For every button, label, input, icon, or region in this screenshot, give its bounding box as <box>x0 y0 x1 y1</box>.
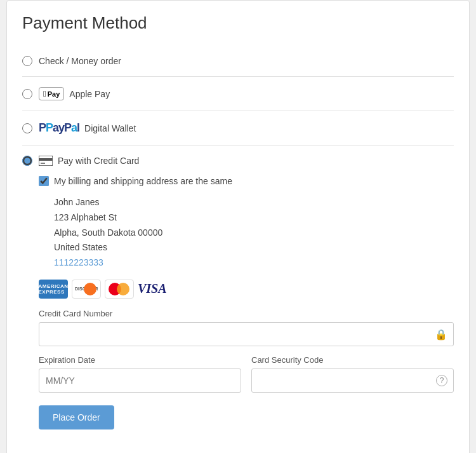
billing-checkbox-row: My billing and shipping address are the … <box>39 176 454 186</box>
address-country: United States <box>54 240 454 255</box>
security-label: Card Security Code <box>251 355 454 365</box>
billing-same-checkbox[interactable] <box>39 176 49 186</box>
radio-paypal[interactable] <box>22 123 32 133</box>
place-order-button[interactable]: Place Order <box>39 405 114 429</box>
visa-logo: VISA <box>138 281 167 296</box>
creditcard-label[interactable]: Pay with Credit Card <box>39 156 139 166</box>
expiration-group: Expiration Date <box>39 355 241 393</box>
amex-logo: AMERICANEXPRESS <box>39 280 68 299</box>
cc-number-input[interactable] <box>39 322 454 346</box>
cc-number-group: Credit Card Number 🔒 <box>39 309 454 346</box>
credit-card-icon <box>39 156 53 166</box>
payment-option-check: Check / Money order <box>22 46 454 76</box>
check-label[interactable]: Check / Money order <box>39 56 121 66</box>
cc-number-wrapper: 🔒 <box>39 322 454 346</box>
security-wrapper: ? <box>251 368 454 393</box>
question-icon: ? <box>436 375 447 386</box>
address-block: John Janes 123 Alphabet St Alpha, South … <box>54 195 454 271</box>
mastercard-logo <box>105 280 134 299</box>
cc-number-label: Credit Card Number <box>39 309 454 318</box>
svg-rect-1 <box>39 158 53 161</box>
expiration-label: Expiration Date <box>39 355 241 365</box>
address-name: John Janes <box>54 195 454 210</box>
security-input[interactable] <box>251 368 454 393</box>
radio-creditcard[interactable] <box>22 156 32 166</box>
page-title: Payment Method <box>22 13 454 33</box>
payment-option-applepay: Pay Apple Pay <box>22 77 454 111</box>
card-logos: AMERICANEXPRESS DISCOVER VISA <box>39 280 454 299</box>
expiration-wrapper <box>39 368 241 393</box>
billing-same-label[interactable]: My billing and shipping address are the … <box>54 176 232 186</box>
creditcard-expanded-section: My billing and shipping address are the … <box>22 176 454 440</box>
applepay-label[interactable]: Pay Apple Pay <box>39 87 110 100</box>
paypal-icon: PPayPal <box>39 121 79 135</box>
address-line2: Alpha, South Dakota 00000 <box>54 226 454 241</box>
discover-logo: DISCOVER <box>72 280 101 299</box>
payment-option-creditcard: Pay with Credit Card <box>22 145 454 176</box>
address-phone[interactable]: 1112223333 <box>54 255 454 271</box>
applepay-icon: Pay <box>39 87 64 100</box>
payment-method-card: Payment Method Check / Money order Pay … <box>6 0 470 453</box>
cc-details-row: Expiration Date Card Security Code ? <box>39 355 454 402</box>
lock-icon: 🔒 <box>435 328 447 340</box>
payment-option-paypal: PPayPal Digital Wallet <box>22 111 454 145</box>
paypal-label[interactable]: PPayPal Digital Wallet <box>39 121 136 135</box>
expiration-input[interactable] <box>39 368 241 393</box>
radio-applepay[interactable] <box>22 89 32 99</box>
radio-check[interactable] <box>22 56 32 66</box>
address-line1: 123 Alphabet St <box>54 210 454 226</box>
security-group: Card Security Code ? <box>251 355 454 393</box>
